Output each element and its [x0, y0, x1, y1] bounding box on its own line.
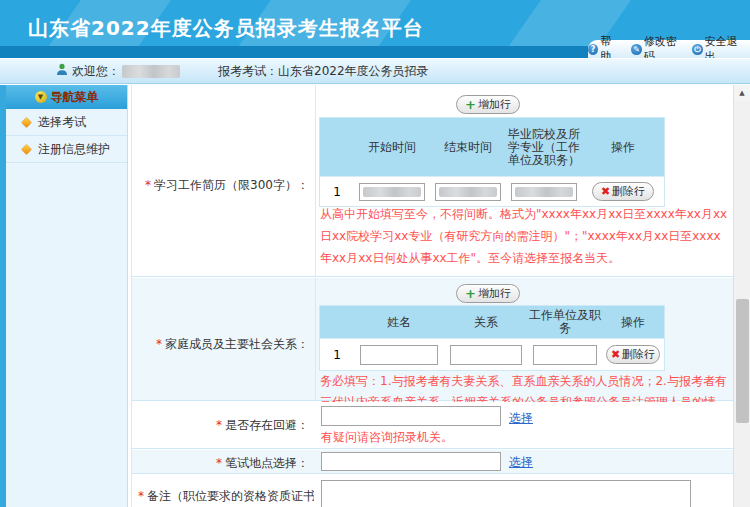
form-area: *学习工作简历（限300字）： + 增加行 开始时间 结束时间 毕业院校及所学专…: [131, 85, 733, 507]
family-relation-input[interactable]: [450, 345, 522, 365]
redacted-value: [515, 187, 573, 197]
sidebar-item-registration-info[interactable]: 注册信息维护: [6, 136, 127, 163]
header-cell-relation: 关系: [444, 306, 528, 338]
resume-table-header: 开始时间 结束时间 毕业院校及所学专业（工作单位及职务） 操作: [320, 118, 664, 176]
family-table: 姓名 关系 工作单位及职务 操作 1: [319, 305, 665, 371]
redacted-value: [439, 187, 497, 197]
header: 山东省2022年度公务员招录考生报名平台 ? 帮 助 ✎ 修改密码 ⏻ 安全退出: [0, 0, 750, 58]
header-cell-index: [320, 118, 354, 176]
chevron-down-icon: ▼: [35, 91, 47, 103]
header-cell-start-time: 开始时间: [354, 118, 430, 176]
exam-site-input[interactable]: [321, 452, 501, 471]
scroll-up-button[interactable]: ▲: [734, 85, 750, 101]
required-asterisk: *: [145, 178, 151, 192]
header-cell-work-unit: 工作单位及职务: [528, 306, 602, 338]
family-table-row: 1 ✖ 删除行: [320, 338, 664, 370]
family-add-row-button-wrap: + 增加行: [456, 283, 520, 303]
add-row-button[interactable]: + 增加行: [456, 284, 520, 303]
resume-row: *学习工作简历（限300字）： + 增加行 开始时间 结束时间 毕业院校及所学专…: [132, 85, 733, 277]
remark-row: *备注（职位要求的资格资质证书、相: [132, 475, 733, 507]
avoidance-note: 有疑问请咨询招录机关。: [321, 428, 453, 446]
remark-textarea[interactable]: [321, 480, 691, 507]
vertical-scrollbar[interactable]: ▲: [733, 85, 750, 507]
header-cell-end-time: 结束时间: [430, 118, 506, 176]
redacted-username: [122, 65, 180, 78]
header-cell-action: 操作: [582, 118, 664, 176]
column-divider: [315, 85, 316, 276]
sidebar-item-label: 选择考试: [38, 114, 86, 131]
sidebar-item-label: 注册信息维护: [38, 141, 110, 158]
logout-button[interactable]: ⏻ 安全退出: [692, 34, 746, 58]
sidebar-item-select-exam[interactable]: 选择考试: [6, 109, 127, 136]
delete-row-button[interactable]: ✖ 删除行: [592, 182, 654, 201]
column-divider: [315, 278, 316, 400]
exam-site-row: *笔试地点选择： 选择: [132, 450, 733, 474]
delete-row-button[interactable]: ✖ 删除行: [606, 345, 660, 364]
header-cell-action: 操作: [602, 306, 664, 338]
family-work-input[interactable]: [533, 345, 597, 365]
add-row-button[interactable]: + 增加行: [456, 95, 520, 114]
row-index: 1: [320, 176, 354, 206]
resume-add-row-button-wrap: + 增加行: [456, 94, 520, 114]
family-row: *家庭成员及主要社会关系： + 增加行 姓名 关系 工作单位及职务 操作 1: [132, 278, 733, 401]
exam-info-text: 报考考试：山东省2022年度公务员招录: [218, 63, 429, 80]
remark-label: *备注（职位要求的资格资质证书、相: [132, 488, 314, 505]
sidebar-title: 导航菜单: [51, 89, 99, 106]
end-time-input[interactable]: [435, 183, 501, 201]
required-asterisk: *: [156, 337, 162, 351]
resume-note: 从高中开始填写至今，不得间断。格式为"xxxx年xx月xx日至xxxx年xx月x…: [320, 203, 732, 269]
logout-icon: ⏻: [692, 44, 702, 55]
resume-table: 开始时间 结束时间 毕业院校及所学专业（工作单位及职务） 操作 1: [319, 117, 665, 207]
family-name-input[interactable]: [360, 345, 438, 365]
start-time-input[interactable]: [359, 183, 425, 201]
app-window: 山东省2022年度公务员招录考生报名平台 ? 帮 助 ✎ 修改密码 ⏻ 安全退出…: [0, 0, 750, 507]
header-cell-index: [320, 306, 354, 338]
exam-site-label: *笔试地点选择：: [132, 455, 309, 472]
avoidance-label: *是否存在回避：: [132, 417, 309, 434]
required-asterisk: *: [216, 456, 222, 470]
change-password-icon: ✎: [631, 44, 641, 55]
sidebar-header: ▼ 导航菜单: [6, 85, 127, 109]
diamond-bullet-icon: [22, 144, 32, 154]
user-icon: [56, 63, 68, 79]
help-button[interactable]: ? 帮 助: [588, 34, 624, 58]
help-label: 帮 助: [600, 34, 624, 58]
avoidance-row: *是否存在回避： 选择 有疑问请咨询招录机关。: [132, 402, 733, 449]
select-avoidance-link[interactable]: 选择: [509, 410, 533, 427]
help-icon: ?: [588, 44, 598, 55]
header-cell-school: 毕业院校及所学专业（工作单位及职务）: [506, 118, 582, 176]
x-icon: ✖: [611, 349, 620, 360]
resume-table-row: 1 ✖ 删除行: [320, 176, 664, 206]
school-input[interactable]: [511, 183, 577, 201]
resume-label: *学习工作简历（限300字）：: [132, 177, 309, 194]
redacted-value: [363, 187, 421, 197]
scrollbar-thumb[interactable]: [736, 299, 749, 423]
header-action-tab: ? 帮 助 ✎ 修改密码 ⏻ 安全退出: [588, 40, 750, 58]
logout-label: 安全退出: [705, 34, 746, 58]
x-icon: ✖: [601, 186, 610, 197]
family-label: *家庭成员及主要社会关系：: [132, 336, 309, 353]
page-title: 山东省2022年度公务员招录考生报名平台: [28, 15, 424, 42]
family-table-header: 姓名 关系 工作单位及职务 操作: [320, 306, 664, 338]
row-index: 1: [320, 338, 354, 370]
welcome-greeting: 欢迎您：: [72, 63, 120, 80]
plus-icon: +: [465, 287, 476, 300]
avoidance-input[interactable]: [321, 406, 501, 426]
header-cell-name: 姓名: [354, 306, 444, 338]
diamond-bullet-icon: [22, 117, 32, 127]
plus-icon: +: [465, 98, 476, 111]
change-password-button[interactable]: ✎ 修改密码: [631, 34, 685, 58]
required-asterisk: *: [138, 489, 144, 503]
select-exam-site-link[interactable]: 选择: [509, 454, 533, 471]
change-password-label: 修改密码: [644, 34, 685, 58]
sidebar: ▼ 导航菜单 选择考试 注册信息维护: [6, 85, 128, 507]
welcome-bar: 欢迎您： 报考考试：山东省2022年度公务员招录: [0, 58, 750, 84]
required-asterisk: *: [216, 418, 222, 432]
